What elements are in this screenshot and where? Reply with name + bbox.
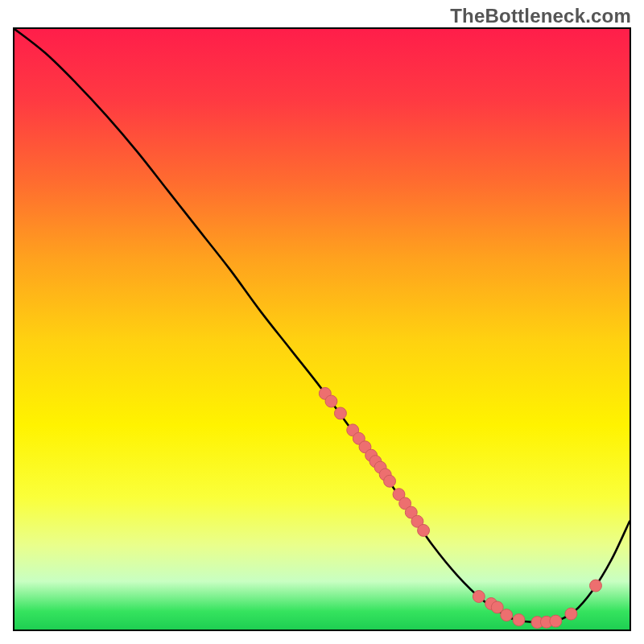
data-point (384, 475, 396, 487)
data-point (334, 407, 346, 419)
data-point (513, 614, 525, 626)
plot-area (13, 27, 631, 631)
data-point (473, 591, 485, 603)
data-point (590, 580, 602, 592)
curve-layer (14, 29, 630, 630)
data-point (325, 395, 337, 407)
attribution-text: TheBottleneck.com (450, 5, 631, 27)
data-point (565, 608, 577, 620)
data-point (501, 609, 513, 621)
data-point (418, 524, 430, 536)
bottleneck-curve (14, 29, 630, 622)
data-point (550, 615, 562, 627)
